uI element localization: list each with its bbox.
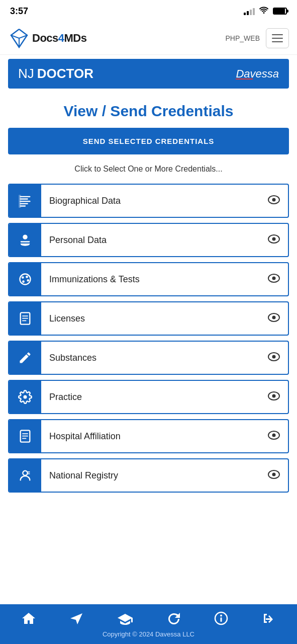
svg-rect-4 xyxy=(20,203,28,204)
credential-personal-data[interactable]: Personal Data xyxy=(8,223,289,257)
credential-national-registry[interactable]: National Registry xyxy=(8,458,289,493)
status-bar: 3:57 xyxy=(0,0,297,22)
send-credentials-button[interactable]: SEND SELECTED CREDENTIALS xyxy=(8,128,289,154)
nav-info[interactable] xyxy=(214,611,228,625)
svg-point-15 xyxy=(26,276,28,278)
eye-icon xyxy=(260,194,288,207)
svg-rect-22 xyxy=(22,318,28,319)
eye-icon xyxy=(260,351,288,364)
instruction-text: Click to Select One or More Credentials.… xyxy=(8,165,289,174)
hospital-document-icon xyxy=(18,429,32,443)
person-icon xyxy=(18,233,32,247)
svg-point-16 xyxy=(27,279,30,282)
palette-icon xyxy=(18,272,32,286)
licenses-icon-box xyxy=(9,302,41,335)
nav-logout[interactable] xyxy=(261,611,276,625)
practice-icon-box xyxy=(9,381,41,413)
battery-icon xyxy=(273,8,287,15)
banner: NJ DOCTOR Davessa xyxy=(8,59,289,89)
pencil-icon xyxy=(18,351,32,365)
svg-point-8 xyxy=(272,198,276,202)
nav-send[interactable] xyxy=(69,611,84,625)
banner-doctor-text: DOCTOR xyxy=(37,66,93,82)
licenses-label: Licenses xyxy=(41,313,260,324)
logo-text: Docs4MDs xyxy=(32,32,87,45)
svg-rect-32 xyxy=(22,433,28,434)
svg-rect-45 xyxy=(220,617,222,622)
substances-label: Substances xyxy=(41,353,260,363)
personal-label: Personal Data xyxy=(41,235,260,246)
svg-rect-6 xyxy=(19,195,21,208)
svg-point-27 xyxy=(272,355,276,359)
svg-rect-2 xyxy=(20,198,28,199)
svg-point-37 xyxy=(23,471,27,475)
hamburger-line xyxy=(272,38,283,39)
credential-substances[interactable]: Substances xyxy=(8,341,289,375)
eye-icon xyxy=(260,312,288,325)
php-web-label: PHP_WEB xyxy=(226,34,260,42)
nav-history[interactable] xyxy=(166,611,181,625)
registry-icon xyxy=(18,468,32,482)
main-content: View / Send Credentials SEND SELECTED CR… xyxy=(0,93,297,604)
copyright-text: Copyright © 2024 Davessa LLC xyxy=(5,630,292,641)
svg-point-12 xyxy=(272,237,276,241)
hamburger-line xyxy=(272,41,283,42)
svg-point-30 xyxy=(272,394,276,398)
settings-icon xyxy=(18,390,32,404)
svg-line-43 xyxy=(174,619,176,621)
page-title: View / Send Credentials xyxy=(8,103,289,120)
banner-nj-doctor: NJ DOCTOR xyxy=(18,66,93,82)
eye-icon xyxy=(260,430,288,443)
eye-icon xyxy=(260,390,288,404)
svg-rect-34 xyxy=(22,438,26,439)
hospital-affiliation-label: Hospital Affiliation xyxy=(41,431,260,442)
banner-nj-text: NJ xyxy=(18,66,34,82)
credential-licenses[interactable]: Licenses xyxy=(8,301,289,336)
biographical-label: Biographical Data xyxy=(41,196,260,206)
registry-icon-box xyxy=(9,459,41,492)
svg-point-25 xyxy=(272,316,276,319)
credential-practice[interactable]: Practice xyxy=(8,380,289,414)
status-icons xyxy=(244,6,287,16)
svg-point-28 xyxy=(24,395,27,399)
wifi-icon xyxy=(259,6,269,16)
bottom-nav: Copyright © 2024 Davessa LLC xyxy=(0,604,297,644)
document-icon xyxy=(18,311,32,326)
hamburger-line xyxy=(272,34,283,35)
biographical-icon-box xyxy=(9,185,41,217)
status-time: 3:57 xyxy=(10,6,28,17)
signal-icon xyxy=(244,7,255,15)
credential-biographical-data[interactable]: Biographical Data xyxy=(8,184,289,218)
svg-point-46 xyxy=(220,615,222,617)
svg-point-17 xyxy=(22,280,25,283)
svg-point-9 xyxy=(23,235,27,239)
header-right: PHP_WEB xyxy=(226,28,289,48)
svg-rect-10 xyxy=(21,241,30,242)
svg-point-13 xyxy=(20,274,31,285)
svg-rect-1 xyxy=(20,196,31,197)
list-icon xyxy=(18,194,32,208)
credential-hospital-affiliation[interactable]: Hospital Affiliation xyxy=(8,419,289,453)
logo-diamond-icon xyxy=(8,27,30,49)
eye-icon xyxy=(260,273,288,286)
svg-point-41 xyxy=(272,473,276,476)
national-registry-label: National Registry xyxy=(41,470,260,481)
nav-home[interactable] xyxy=(21,611,36,625)
practice-label: Practice xyxy=(41,392,260,403)
nav-education[interactable] xyxy=(117,611,134,625)
immunizations-label: Immunizations & Tests xyxy=(41,274,260,285)
personal-icon-box xyxy=(9,224,41,256)
credential-immunizations[interactable]: Immunizations & Tests xyxy=(8,262,289,296)
eye-icon xyxy=(260,469,288,482)
header: Docs4MDs PHP_WEB xyxy=(0,22,297,55)
svg-rect-23 xyxy=(22,320,26,321)
hamburger-button[interactable] xyxy=(266,28,289,48)
banner-davessa-text: Davessa xyxy=(236,67,279,80)
substances-icon-box xyxy=(9,342,41,374)
eye-icon xyxy=(260,233,288,247)
bottom-nav-items xyxy=(5,611,292,625)
svg-point-14 xyxy=(22,276,24,279)
logo-area: Docs4MDs xyxy=(8,27,87,49)
credential-list: Biographical Data Personal Data xyxy=(8,184,289,493)
immunizations-icon-box xyxy=(9,263,41,295)
